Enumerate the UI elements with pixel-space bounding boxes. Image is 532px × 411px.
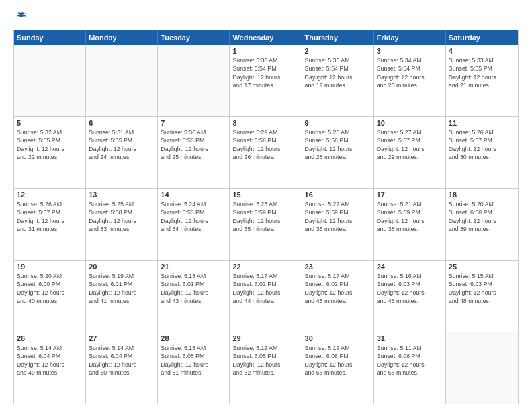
day-cell-10: 10Sunrise: 5:27 AM Sunset: 5:57 PM Dayli…	[374, 117, 446, 188]
day-number: 1	[232, 47, 298, 55]
day-number: 19	[17, 263, 83, 271]
day-cell-17: 17Sunrise: 5:21 AM Sunset: 5:59 PM Dayli…	[374, 189, 446, 260]
calendar-row-4: 19Sunrise: 5:20 AM Sunset: 6:00 PM Dayli…	[14, 261, 518, 332]
day-number: 2	[305, 47, 371, 55]
day-info: Sunrise: 5:20 AM Sunset: 6:00 PM Dayligh…	[17, 272, 83, 305]
header-cell-monday: Monday	[86, 30, 158, 45]
day-info: Sunrise: 5:25 AM Sunset: 5:58 PM Dayligh…	[89, 200, 154, 233]
header-cell-saturday: Saturday	[446, 30, 518, 45]
day-cell-8: 8Sunrise: 5:29 AM Sunset: 5:56 PM Daylig…	[230, 117, 302, 188]
day-number: 3	[377, 47, 443, 55]
day-number: 8	[232, 119, 298, 127]
day-cell-22: 22Sunrise: 5:17 AM Sunset: 6:02 PM Dayli…	[230, 261, 302, 332]
day-cell-5: 5Sunrise: 5:32 AM Sunset: 5:55 PM Daylig…	[14, 117, 86, 188]
calendar-row-1: 1Sunrise: 5:36 AM Sunset: 5:54 PM Daylig…	[14, 45, 518, 117]
day-info: Sunrise: 5:16 AM Sunset: 6:03 PM Dayligh…	[377, 272, 443, 305]
day-number: 26	[17, 334, 83, 342]
day-number: 17	[377, 191, 443, 199]
day-info: Sunrise: 5:22 AM Sunset: 5:59 PM Dayligh…	[305, 200, 371, 233]
day-info: Sunrise: 5:18 AM Sunset: 6:01 PM Dayligh…	[161, 272, 226, 305]
logo-bird-icon	[15, 11, 27, 23]
empty-cell	[14, 45, 86, 116]
day-number: 5	[17, 119, 83, 127]
day-cell-25: 25Sunrise: 5:15 AM Sunset: 6:03 PM Dayli…	[446, 261, 518, 332]
page: SundayMondayTuesdayWednesdayThursdayFrid…	[0, 0, 532, 411]
day-cell-11: 11Sunrise: 5:26 AM Sunset: 5:57 PM Dayli…	[446, 117, 518, 188]
day-cell-7: 7Sunrise: 5:30 AM Sunset: 5:56 PM Daylig…	[158, 117, 230, 188]
day-number: 25	[449, 263, 515, 271]
day-cell-9: 9Sunrise: 5:28 AM Sunset: 5:56 PM Daylig…	[302, 117, 374, 188]
day-cell-23: 23Sunrise: 5:17 AM Sunset: 6:02 PM Dayli…	[302, 261, 374, 332]
day-cell-27: 27Sunrise: 5:14 AM Sunset: 6:04 PM Dayli…	[86, 332, 158, 404]
day-info: Sunrise: 5:17 AM Sunset: 6:02 PM Dayligh…	[305, 272, 371, 305]
calendar-row-2: 5Sunrise: 5:32 AM Sunset: 5:55 PM Daylig…	[14, 117, 518, 189]
day-cell-18: 18Sunrise: 5:20 AM Sunset: 6:00 PM Dayli…	[446, 189, 518, 260]
day-cell-20: 20Sunrise: 5:19 AM Sunset: 6:01 PM Dayli…	[86, 261, 158, 332]
calendar-row-5: 26Sunrise: 5:14 AM Sunset: 6:04 PM Dayli…	[14, 332, 518, 404]
day-cell-21: 21Sunrise: 5:18 AM Sunset: 6:01 PM Dayli…	[158, 261, 230, 332]
day-info: Sunrise: 5:13 AM Sunset: 6:05 PM Dayligh…	[161, 344, 226, 377]
day-info: Sunrise: 5:12 AM Sunset: 6:06 PM Dayligh…	[305, 344, 371, 377]
day-info: Sunrise: 5:20 AM Sunset: 6:00 PM Dayligh…	[449, 200, 515, 233]
day-cell-15: 15Sunrise: 5:23 AM Sunset: 5:59 PM Dayli…	[230, 189, 302, 260]
day-info: Sunrise: 5:29 AM Sunset: 5:56 PM Dayligh…	[232, 128, 298, 161]
day-info: Sunrise: 5:23 AM Sunset: 5:59 PM Dayligh…	[232, 200, 298, 233]
day-cell-3: 3Sunrise: 5:34 AM Sunset: 5:54 PM Daylig…	[374, 45, 446, 116]
day-number: 22	[232, 263, 298, 271]
day-number: 20	[89, 263, 154, 271]
day-number: 13	[89, 191, 154, 199]
day-info: Sunrise: 5:26 AM Sunset: 5:57 PM Dayligh…	[449, 128, 515, 161]
day-number: 31	[377, 334, 443, 342]
day-number: 29	[232, 334, 298, 342]
day-cell-13: 13Sunrise: 5:25 AM Sunset: 5:58 PM Dayli…	[86, 189, 158, 260]
day-cell-26: 26Sunrise: 5:14 AM Sunset: 6:04 PM Dayli…	[14, 332, 86, 404]
day-cell-19: 19Sunrise: 5:20 AM Sunset: 6:00 PM Dayli…	[14, 261, 86, 332]
header-cell-thursday: Thursday	[302, 30, 374, 45]
day-number: 15	[232, 191, 298, 199]
day-info: Sunrise: 5:28 AM Sunset: 5:56 PM Dayligh…	[305, 128, 371, 161]
day-info: Sunrise: 5:14 AM Sunset: 6:04 PM Dayligh…	[17, 344, 83, 377]
day-info: Sunrise: 5:36 AM Sunset: 5:54 PM Dayligh…	[232, 56, 298, 89]
day-number: 23	[305, 263, 371, 271]
day-cell-29: 29Sunrise: 5:12 AM Sunset: 6:05 PM Dayli…	[230, 332, 302, 404]
day-cell-2: 2Sunrise: 5:35 AM Sunset: 5:54 PM Daylig…	[302, 45, 374, 116]
day-number: 6	[89, 119, 154, 127]
day-cell-4: 4Sunrise: 5:33 AM Sunset: 5:55 PM Daylig…	[446, 45, 518, 116]
day-info: Sunrise: 5:19 AM Sunset: 6:01 PM Dayligh…	[89, 272, 154, 305]
day-info: Sunrise: 5:32 AM Sunset: 5:55 PM Dayligh…	[17, 128, 83, 161]
day-cell-24: 24Sunrise: 5:16 AM Sunset: 6:03 PM Dayli…	[374, 261, 446, 332]
header-cell-tuesday: Tuesday	[158, 30, 230, 45]
calendar-header: SundayMondayTuesdayWednesdayThursdayFrid…	[14, 30, 518, 45]
calendar-body: 1Sunrise: 5:36 AM Sunset: 5:54 PM Daylig…	[14, 45, 518, 404]
header-cell-wednesday: Wednesday	[230, 30, 302, 45]
day-number: 4	[449, 47, 515, 55]
day-number: 28	[161, 334, 226, 342]
day-cell-16: 16Sunrise: 5:22 AM Sunset: 5:59 PM Dayli…	[302, 189, 374, 260]
day-number: 14	[161, 191, 226, 199]
day-number: 30	[305, 334, 371, 342]
day-info: Sunrise: 5:26 AM Sunset: 5:57 PM Dayligh…	[17, 200, 83, 233]
day-info: Sunrise: 5:12 AM Sunset: 6:05 PM Dayligh…	[232, 344, 298, 377]
day-info: Sunrise: 5:11 AM Sunset: 6:06 PM Dayligh…	[377, 344, 443, 377]
day-info: Sunrise: 5:24 AM Sunset: 5:58 PM Dayligh…	[161, 200, 226, 233]
header-cell-sunday: Sunday	[14, 30, 86, 45]
day-cell-28: 28Sunrise: 5:13 AM Sunset: 6:05 PM Dayli…	[158, 332, 230, 404]
calendar-row-3: 12Sunrise: 5:26 AM Sunset: 5:57 PM Dayli…	[14, 189, 518, 261]
day-info: Sunrise: 5:34 AM Sunset: 5:54 PM Dayligh…	[377, 56, 443, 89]
day-number: 16	[305, 191, 371, 199]
day-cell-31: 31Sunrise: 5:11 AM Sunset: 6:06 PM Dayli…	[374, 332, 446, 404]
day-cell-14: 14Sunrise: 5:24 AM Sunset: 5:58 PM Dayli…	[158, 189, 230, 260]
calendar: SundayMondayTuesdayWednesdayThursdayFrid…	[13, 30, 519, 404]
day-cell-30: 30Sunrise: 5:12 AM Sunset: 6:06 PM Dayli…	[302, 332, 374, 404]
day-number: 10	[377, 119, 443, 127]
day-number: 24	[377, 263, 443, 271]
day-cell-12: 12Sunrise: 5:26 AM Sunset: 5:57 PM Dayli…	[14, 189, 86, 260]
day-number: 21	[161, 263, 226, 271]
day-info: Sunrise: 5:31 AM Sunset: 5:55 PM Dayligh…	[89, 128, 154, 161]
day-number: 18	[449, 191, 515, 199]
header	[13, 11, 519, 23]
day-info: Sunrise: 5:17 AM Sunset: 6:02 PM Dayligh…	[232, 272, 298, 305]
day-cell-6: 6Sunrise: 5:31 AM Sunset: 5:55 PM Daylig…	[86, 117, 158, 188]
day-number: 9	[305, 119, 371, 127]
day-number: 27	[89, 334, 154, 342]
